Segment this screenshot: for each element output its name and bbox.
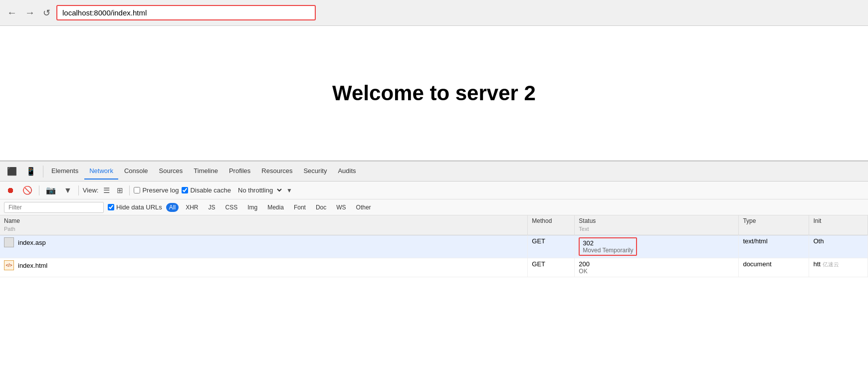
view-grouped-btn[interactable]: ⊞	[115, 185, 125, 196]
table-row[interactable]: </> index.html GET 200 OK document htt 亿…	[0, 258, 868, 277]
view-list-btn[interactable]: ☰	[101, 185, 112, 196]
view-label: View:	[83, 186, 99, 194]
hide-data-urls-label[interactable]: Hide data URLs	[108, 203, 162, 211]
row1-name-cell[interactable]: index.asp	[0, 235, 528, 258]
back-button[interactable]: ←	[5, 5, 19, 20]
toolbar-sep-3	[129, 185, 130, 195]
filter-all-btn[interactable]: All	[166, 203, 179, 212]
network-toolbar: ⏺ 🚫 📷 ▼ View: ☰ ⊞ Preserve log Disable c…	[0, 182, 868, 199]
page-heading: Welcome to server 2	[332, 81, 536, 105]
filter-button[interactable]: ▼	[61, 184, 74, 196]
tab-network[interactable]: Network	[84, 163, 118, 180]
disable-cache-checkbox[interactable]	[182, 187, 188, 193]
row2-init-cell: htt 亿速云	[809, 258, 868, 277]
tab-resources[interactable]: Resources	[256, 163, 297, 180]
row2-name-cell[interactable]: </> index.html	[0, 258, 528, 277]
tab-console[interactable]: Console	[119, 163, 153, 180]
col-header-init[interactable]: Init	[809, 215, 868, 235]
page-content: Welcome to server 2	[0, 26, 868, 161]
toolbar-sep-2	[78, 185, 79, 195]
row2-status-cell: 200 OK	[575, 258, 739, 277]
filter-img-btn[interactable]: Img	[244, 203, 260, 212]
address-bar[interactable]	[56, 5, 316, 20]
tab-elements[interactable]: Elements	[46, 163, 83, 180]
filter-css-btn[interactable]: CSS	[222, 203, 240, 212]
network-table: Name Path Method Status Text Type Init	[0, 215, 868, 277]
table-header-row: Name Path Method Status Text Type Init	[0, 215, 868, 235]
row1-type-cell: text/html	[739, 235, 809, 258]
tab-profiles[interactable]: Profiles	[224, 163, 255, 180]
filter-font-btn[interactable]: Font	[291, 203, 309, 212]
toolbar-sep-1	[39, 185, 39, 195]
browser-chrome: ← → ↺	[0, 0, 868, 26]
disable-cache-label[interactable]: Disable cache	[182, 186, 231, 194]
status-highlighted-box: 302 Moved Temporarily	[579, 237, 637, 256]
tabs-separator	[43, 166, 43, 178]
row1-init-cell: Oth	[809, 235, 868, 258]
filter-input[interactable]	[4, 202, 104, 213]
tab-sources[interactable]: Sources	[154, 163, 188, 180]
filter-other-btn[interactable]: Other	[353, 203, 374, 212]
row2-type-cell: document	[739, 258, 809, 277]
devtools-dock-icon[interactable]: ⬛	[3, 164, 21, 179]
table-row[interactable]: index.asp GET 302 Moved Temporarily text…	[0, 235, 868, 258]
devtools-panel: ⬛ 📱 Elements Network Console Sources Tim…	[0, 161, 868, 277]
row1-file-icon	[4, 237, 14, 247]
preserve-log-label[interactable]: Preserve log	[134, 186, 179, 194]
reload-button[interactable]: ↺	[41, 5, 52, 20]
filter-xhr-btn[interactable]: XHR	[183, 203, 201, 212]
row1-method-cell: GET	[528, 235, 575, 258]
row2-file-icon: </>	[4, 260, 14, 270]
row2-method-cell: GET	[528, 258, 575, 277]
row1-status-cell: 302 Moved Temporarily	[575, 235, 739, 258]
filter-doc-btn[interactable]: Doc	[313, 203, 329, 212]
devtools-mobile-icon[interactable]: 📱	[22, 164, 40, 179]
preserve-log-checkbox[interactable]	[134, 187, 140, 193]
camera-button[interactable]: 📷	[43, 184, 58, 196]
forward-button[interactable]: →	[23, 5, 37, 20]
tab-timeline[interactable]: Timeline	[189, 163, 223, 180]
throttle-select[interactable]: No throttling	[234, 185, 283, 195]
throttle-chevron-icon: ▼	[286, 187, 292, 194]
col-header-type[interactable]: Type	[739, 215, 809, 235]
devtools-tabs-bar: ⬛ 📱 Elements Network Console Sources Tim…	[0, 162, 868, 182]
tab-security[interactable]: Security	[298, 163, 332, 180]
col-header-status[interactable]: Status Text	[575, 215, 739, 235]
col-header-method[interactable]: Method	[528, 215, 575, 235]
filter-js-btn[interactable]: JS	[205, 203, 218, 212]
clear-button[interactable]: 🚫	[20, 184, 35, 196]
col-header-name[interactable]: Name Path	[0, 215, 528, 235]
filter-bar: Hide data URLs All XHR JS CSS Img Media …	[0, 199, 868, 215]
tab-audits[interactable]: Audits	[333, 163, 361, 180]
watermark-icon: 亿速云	[823, 261, 839, 267]
hide-data-urls-checkbox[interactable]	[108, 204, 114, 210]
filter-ws-btn[interactable]: WS	[333, 203, 349, 212]
filter-media-btn[interactable]: Media	[264, 203, 287, 212]
record-button[interactable]: ⏺	[4, 184, 17, 196]
